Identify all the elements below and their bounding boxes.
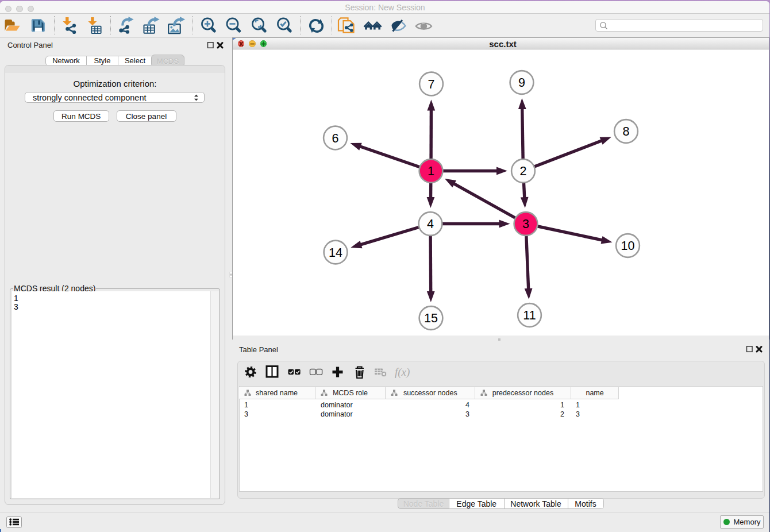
svg-text:14: 14 — [329, 246, 342, 260]
svg-text:f(x): f(x) — [395, 366, 410, 379]
svg-text:1: 1 — [428, 164, 434, 178]
svg-text:2: 2 — [520, 164, 527, 178]
svg-text:11: 11 — [523, 309, 536, 322]
svg-text:15: 15 — [424, 311, 438, 325]
svg-text:6: 6 — [332, 132, 339, 145]
svg-text:4: 4 — [427, 217, 434, 231]
svg-text:3: 3 — [522, 217, 529, 231]
svg-text:10: 10 — [621, 239, 635, 253]
svg-text:9: 9 — [518, 76, 525, 90]
svg-text:7: 7 — [428, 78, 435, 91]
svg-text:8: 8 — [623, 125, 630, 138]
